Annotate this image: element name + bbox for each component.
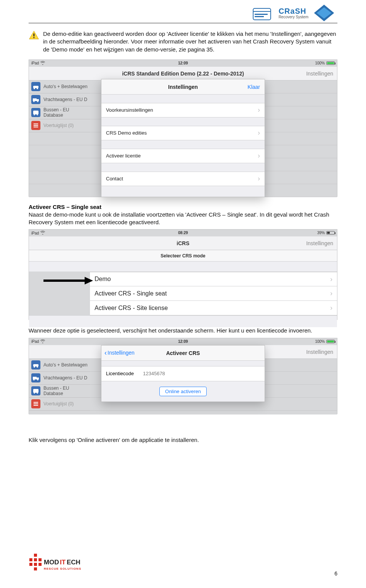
chevron-right-icon: › <box>330 304 332 312</box>
svg-rect-40 <box>29 563 32 566</box>
svg-rect-25 <box>33 377 37 379</box>
activate-modal: ‹ Instellingen Activeer CRS Licentiecode… <box>101 345 265 402</box>
svg-point-30 <box>34 393 35 394</box>
svg-rect-42 <box>34 567 37 570</box>
svg-point-16 <box>37 114 38 116</box>
screenshot-2: iPad 08:29 39% iCRS Instellingen Selecte… <box>29 229 337 320</box>
header-logo: CRaSH Recovery System <box>250 4 337 22</box>
sidebar-item-bussen[interactable]: Bussen - EU Database <box>29 385 90 398</box>
battery-icon <box>326 231 335 235</box>
svg-rect-0 <box>255 14 268 15</box>
svg-rect-39 <box>34 563 37 566</box>
nav-title: iCRS <box>29 240 337 246</box>
cell-label: Activeer CRS - Site license <box>95 305 168 312</box>
cell-label: Voorkeursinstellingen <box>106 107 153 113</box>
option-demo[interactable]: Demo › <box>90 272 337 286</box>
cell-voorkeurs[interactable]: Voorkeursinstellingen › <box>101 103 265 117</box>
svg-rect-18 <box>34 125 38 126</box>
svg-rect-22 <box>33 364 39 366</box>
svg-point-28 <box>37 379 39 381</box>
svg-rect-34 <box>34 405 38 406</box>
diamond-icon <box>311 4 337 22</box>
chevron-right-icon: › <box>330 289 332 297</box>
screenshot-1: iPad 12:09 100% iCRS Standard Edition De… <box>29 59 337 197</box>
sidebar-item-label: Vrachtwagens - EU D <box>43 375 87 381</box>
cell-label: CRS Demo edities <box>106 130 147 136</box>
option-site-license[interactable]: Activeer CRS - Site license › <box>90 301 337 315</box>
svg-point-24 <box>37 366 38 368</box>
option-single-seat[interactable]: Activeer CRS - Single seat › <box>90 286 337 301</box>
chevron-right-icon: › <box>258 129 260 137</box>
truck-icon <box>31 95 40 104</box>
nav-settings-link[interactable]: Instellingen <box>306 240 333 246</box>
nav-settings-link[interactable]: Instellingen <box>306 349 333 355</box>
footer-logo: MOD IT ECH RESCUE SOLUTIONS <box>29 553 86 577</box>
svg-marker-21 <box>85 277 93 284</box>
sidebar-item-label: Auto's + Bestelwagen <box>43 362 87 368</box>
sidebar-item-autos[interactable]: Auto's + Bestelwagen <box>29 359 90 372</box>
svg-point-8 <box>34 88 35 89</box>
modal-title: Instellingen <box>101 84 265 90</box>
cell-label: Contact <box>106 176 123 182</box>
cell-label: Activeer CRS - Single seat <box>95 290 167 297</box>
paragraph-4: Klik vervolgens op 'Online activeren' om… <box>29 436 337 444</box>
sidebar-item-label: Voertuiglijst (0) <box>43 123 74 128</box>
list-icon <box>31 121 40 130</box>
document-icon <box>250 4 276 22</box>
svg-rect-32 <box>34 402 38 403</box>
sidebar-item-bussen[interactable]: Bussen - EU Database <box>29 106 90 119</box>
svg-point-6 <box>33 37 34 38</box>
chevron-right-icon: › <box>258 106 260 114</box>
panel-title: Selecteer CRS mode <box>29 250 337 262</box>
status-time: 12:09 <box>29 61 337 65</box>
settings-modal: Instellingen Klaar Voorkeursinstellingen… <box>101 79 265 197</box>
svg-rect-37 <box>34 558 37 561</box>
svg-point-27 <box>33 379 35 381</box>
input-label: Licentiecode <box>106 371 134 376</box>
battery-pct: 100% <box>315 61 325 65</box>
warning-icon <box>29 30 39 42</box>
heading-single-seat: Activeer CRS – Single seat <box>29 204 337 210</box>
modal-title: Activeer CRS <box>101 350 265 356</box>
nav-settings-link[interactable]: Instellingen <box>306 71 333 77</box>
svg-rect-19 <box>34 127 38 127</box>
bus-icon <box>31 386 40 395</box>
battery-icon <box>326 61 335 65</box>
sidebar-item-voertuiglijst[interactable]: Voertuiglijst (0) <box>29 398 90 411</box>
svg-rect-29 <box>33 389 39 393</box>
svg-point-31 <box>37 393 38 394</box>
svg-text:IT: IT <box>60 559 66 566</box>
cell-demo-edities[interactable]: CRS Demo edities › <box>101 126 265 140</box>
license-input-row: Licentiecode <box>101 366 265 381</box>
screenshot-3: iPad 12:09 100% iCRS Instellingen Auto's… <box>29 338 337 414</box>
sidebar-item-label: Auto's + Bestelwagen <box>43 84 87 89</box>
sidebar-item-label: Bussen - EU Database <box>43 107 90 118</box>
online-activate-button[interactable]: Online activeren <box>159 387 207 396</box>
svg-rect-1 <box>255 16 264 17</box>
bus-icon <box>31 108 40 117</box>
svg-rect-35 <box>34 554 37 557</box>
svg-rect-38 <box>39 558 42 561</box>
cell-activeer-licentie[interactable]: Activeer licentie › <box>101 149 265 163</box>
list-icon <box>31 399 40 408</box>
svg-rect-33 <box>34 403 38 404</box>
svg-rect-17 <box>34 124 38 124</box>
sidebar-item-autos[interactable]: Auto's + Bestelwagen <box>29 80 90 93</box>
sidebar-item-voertuiglijst[interactable]: Voertuiglijst (0) <box>29 119 90 132</box>
divider <box>29 23 337 23</box>
cell-contact[interactable]: Contact › <box>101 172 265 186</box>
chevron-right-icon: › <box>258 175 260 183</box>
sidebar-item-label: Voertuiglijst (0) <box>43 401 74 406</box>
svg-point-23 <box>34 366 35 368</box>
chevron-right-icon: › <box>258 152 260 160</box>
sidebar-item-trucks[interactable]: Vrachtwagens - EU D <box>29 93 90 106</box>
sidebar-item-label: Bussen - EU Database <box>43 386 90 396</box>
done-button[interactable]: Klaar <box>247 84 260 90</box>
arrow-icon <box>43 275 93 286</box>
svg-rect-7 <box>33 86 39 88</box>
license-input[interactable] <box>143 371 260 376</box>
sidebar-item-trucks[interactable]: Vrachtwagens - EU D <box>29 372 90 385</box>
svg-point-15 <box>34 114 35 116</box>
nav-title: iCRS Standard Edition Demo (2.22 - Demo-… <box>29 71 337 77</box>
brand-name: CRaSH <box>279 7 308 15</box>
